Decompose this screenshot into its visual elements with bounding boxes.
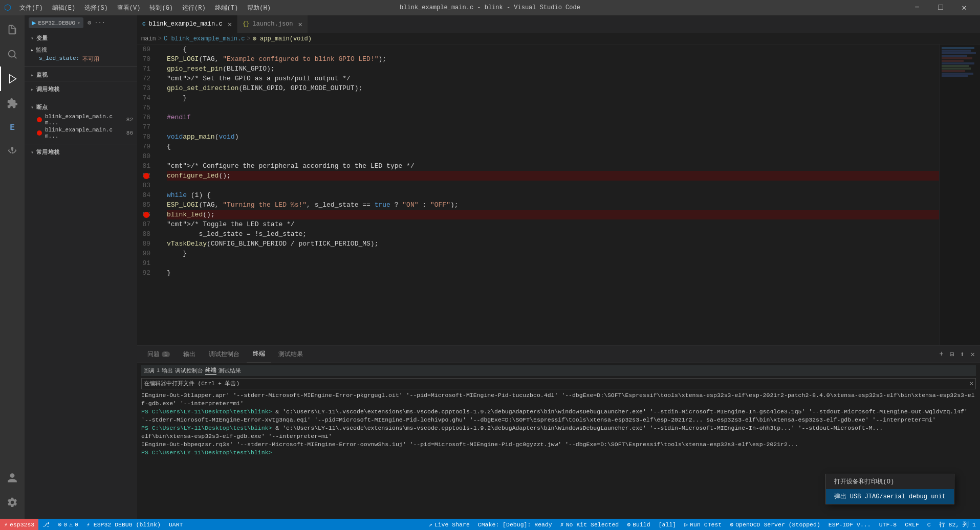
status-live-share[interactable]: ↗ Live Share [425, 519, 474, 530]
watch-subsection[interactable]: ▸ 监视 [25, 45, 137, 55]
activity-search[interactable] [0, 42, 25, 67]
status-uart[interactable]: UART [165, 519, 187, 530]
status-language[interactable]: C [923, 519, 935, 530]
minimap [939, 45, 980, 345]
line-number: 81 [141, 161, 157, 171]
run-ctest-icon: ▷ [684, 521, 688, 528]
code-line: while (1) { [167, 190, 939, 200]
menu-view[interactable]: 查看(V) [113, 3, 145, 13]
status-esp-idf[interactable]: ESP-IDF v... [824, 519, 875, 530]
terminal-tab-label[interactable]: 回调 [143, 367, 155, 375]
variables-section-header[interactable]: ▾ 变量 [25, 30, 137, 44]
activity-esp-idf[interactable]: E [0, 116, 25, 140]
ctx-menu-eject-usb[interactable]: 弹出 USB JTAG/serial debug unit [826, 489, 954, 504]
menu-terminal[interactable]: 终端(T) [211, 3, 243, 13]
no-kit-label: No Kit Selected [566, 521, 619, 528]
menu-select[interactable]: 选择(S) [80, 3, 112, 13]
status-openocd[interactable]: ⚙ OpenOCD Server (Stopped) [726, 519, 824, 530]
status-encoding[interactable]: UTF-8 [875, 519, 901, 530]
ctx-menu-item-label-1: 打开设备和打印机(O) [834, 477, 895, 486]
ctx-menu-open-devices[interactable]: 打开设备和打印机(O) [826, 474, 954, 489]
activity-bottom [0, 466, 25, 519]
debug-settings-icon[interactable]: ⚙ [88, 19, 91, 27]
panel-tab-terminal[interactable]: 终端 [247, 345, 271, 363]
status-line-col[interactable]: 行 82, 列 1 [935, 519, 980, 530]
tab-blink-main[interactable]: C blink_example_main.c ✕ [137, 15, 237, 33]
status-cmake[interactable]: CMake: [Debug]: Ready [474, 519, 556, 530]
status-run-ctest[interactable]: ▷ Run CTest [680, 519, 726, 530]
panel-close-icon[interactable]: ✕ [970, 349, 976, 360]
breadcrumb-function[interactable]: ⚙ app_main(void) [253, 35, 312, 42]
menu-run[interactable]: 运行(R) [178, 3, 210, 13]
debug-config-name[interactable]: ▶ ESP32_DEBUG ▾ [29, 17, 83, 28]
code-line: } [167, 268, 939, 278]
panel-tab-output[interactable]: 输出 [177, 345, 202, 363]
line-col-label: 行 82, 列 1 [939, 521, 976, 528]
status-no-kit[interactable]: ✗ No Kit Selected [556, 519, 623, 530]
breadcrumb-file[interactable]: C blink_example_main.c [164, 35, 245, 42]
menu-goto[interactable]: 转到(G) [145, 3, 177, 13]
status-crlf[interactable]: CRLF [901, 519, 923, 530]
terminal-filter-clear[interactable]: ✕ [970, 380, 973, 388]
terminal-output-label[interactable]: 输出 [162, 367, 173, 375]
callstack-section-header[interactable]: ▸ 调用堆栈 [25, 81, 137, 95]
panel-tab-problems[interactable]: 问题 1 [141, 345, 176, 363]
chevron-right-icon: ▸ [31, 72, 34, 78]
code-content[interactable]: { ESP_LOGI(TAG, "Example configured to b… [163, 45, 939, 345]
cmake-label: CMake: [Debug]: Ready [478, 521, 552, 528]
context-menu: 打开设备和打印机(O) 弹出 USB JTAG/serial debug uni… [825, 474, 954, 504]
menu-help[interactable]: 帮助(H) [243, 3, 275, 13]
main-layout: E ▶ ESP32_DEBUG ▾ ⚙ ··· ▾ [0, 15, 980, 519]
status-debug-badge[interactable]: ⚡ esp32s3 [0, 519, 38, 530]
activity-debug[interactable] [0, 67, 25, 91]
svg-line-1 [14, 56, 16, 58]
terminal-new-icon[interactable]: + [938, 349, 944, 359]
activity-files[interactable] [0, 17, 25, 42]
panel-split-icon[interactable]: ⊟ [949, 349, 955, 360]
status-all[interactable]: [all] [655, 519, 681, 530]
line-number: 73 [141, 83, 157, 93]
terminal-line-2: PS C:\Users\LY-11\Desktop\test\blink> & … [141, 408, 976, 424]
app-logo-icon: ⬡ [4, 3, 11, 13]
maximize-button[interactable]: □ [929, 0, 952, 15]
tab-close-launch-json[interactable]: ✕ [298, 20, 302, 29]
watch-label: 监视 [36, 46, 47, 54]
code-editor[interactable]: 6970717273747576777879808182838485868788… [137, 45, 980, 345]
status-esp32-debug[interactable]: ⚡ ESP32 DEBUG (blink) [82, 519, 165, 530]
activity-test[interactable] [0, 140, 25, 165]
breakpoint-marker [143, 173, 149, 179]
tab-bar: C blink_example_main.c ✕ {} launch.json … [137, 15, 980, 33]
terminal-label[interactable]: 终端 [205, 366, 216, 375]
common-section-header[interactable]: ▾ 常用堆栈 [25, 144, 137, 158]
menu-edit[interactable]: 编辑(E) [48, 3, 80, 13]
breakpoints-section-header[interactable]: ▾ 断点 [25, 99, 137, 113]
tab-launch-json[interactable]: {} launch.json ✕ [237, 15, 308, 33]
panel-tab-debug-console[interactable]: 调试控制台 [203, 345, 246, 363]
breakpoint-item-82: blink_example_main.c m... 82 [25, 113, 137, 126]
line-number: 84 [141, 190, 157, 200]
breadcrumb-main[interactable]: main [141, 35, 156, 42]
menu-file[interactable]: 文件(F) [15, 3, 47, 13]
activity-extensions[interactable] [0, 91, 25, 116]
close-button[interactable]: ✕ [952, 0, 976, 15]
test-results-label[interactable]: 测试结果 [219, 367, 241, 375]
panel-tabs: 问题 1 输出 调试控制台 终端 测试结果 + ⊟ ⬆ ✕ [137, 345, 980, 363]
status-build[interactable]: ⚙ Build [623, 519, 654, 530]
code-line: "cmt">/* Set the GPIO as a push/pull out… [167, 74, 939, 83]
panel-maximize-icon[interactable]: ⬆ [959, 349, 965, 360]
minimize-button[interactable]: − [905, 0, 929, 15]
var-item-s-led-state: s_led_state: 不可用 [25, 55, 137, 63]
activity-accounts[interactable] [0, 466, 25, 490]
breakpoint-dot [37, 117, 42, 122]
panel-tab-test-results[interactable]: 测试结果 [272, 345, 309, 363]
activity-settings[interactable] [0, 490, 25, 515]
ctx-menu-item-label-2: 弹出 USB JTAG/serial debug unit [834, 492, 946, 501]
tab-close-blink-main[interactable]: ✕ [228, 20, 232, 29]
watch-section-header[interactable]: ▸ 监视 [25, 67, 137, 81]
status-errors[interactable]: ⊗ 0 ⚠ 0 [54, 519, 82, 530]
code-line [167, 258, 939, 268]
debug-more-icon[interactable]: ··· [94, 19, 105, 27]
status-branch[interactable]: ⎇ [38, 519, 54, 530]
terminal-debug-label[interactable]: 调试控制台 [175, 367, 203, 375]
live-share-label: Live Share [434, 521, 470, 528]
